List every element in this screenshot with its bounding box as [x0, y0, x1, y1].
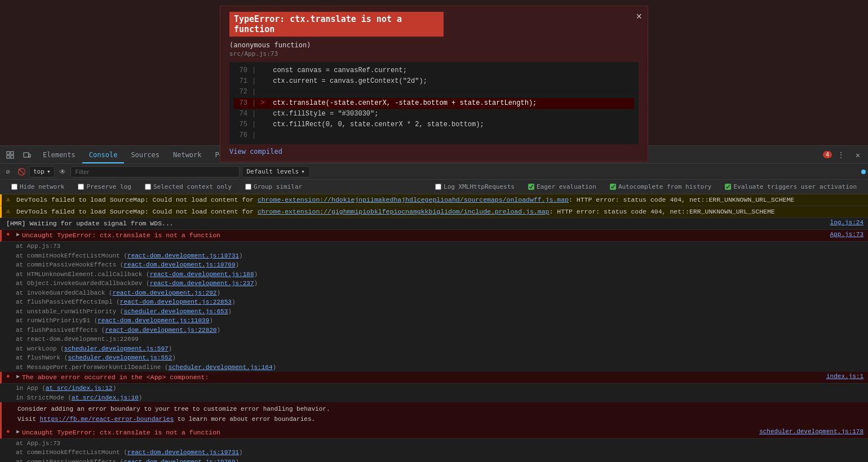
source-link[interactable]: App.js:73 [830, 231, 863, 238]
error-box: × TypeError: ctx.translate is not a func… [220, 6, 648, 162]
error-overlay: × TypeError: ctx.translate is not a func… [0, 0, 868, 145]
console-toolbar: ⊘ 🚫 top ▾ 👁 Default levels ▾ [0, 164, 868, 180]
error-location[interactable]: src/App.js:73 [229, 50, 639, 57]
stack-link[interactable]: react-dom.development.js:22820 [105, 327, 216, 334]
source-link[interactable]: chrome-extension://hdokiejnpiimakedhajhd… [258, 196, 569, 203]
stack-link[interactable]: react-dom.development.js:292 [113, 290, 217, 296]
stack-link[interactable]: react-dom.development.js:19731 [127, 449, 239, 456]
tab-sources[interactable]: Sources [124, 148, 166, 163]
filter-input[interactable] [70, 166, 240, 177]
checkboxes-row: Hide network Preserve log Selected conte… [0, 180, 868, 194]
stack-trace-line: at react-dom.development.js:22699 [0, 335, 868, 344]
error-function: (anonymous function) [229, 41, 639, 49]
stack-link[interactable]: react-dom.development.js:19769 [123, 261, 235, 268]
stack-trace-line: in App (at src/index.js:12) [0, 384, 868, 393]
stack-trace-line: at flushPassiveEffectsImpl (react-dom.de… [0, 297, 868, 307]
stack-trace-line: at commitPassiveHookEffects (react-dom.d… [0, 260, 868, 270]
line-indicator: > [260, 98, 268, 109]
stack-link[interactable]: scheduler.development.js:164 [169, 364, 273, 371]
inspect-icon[interactable] [2, 147, 18, 163]
console-text: [HMR] Waiting for update signal from WDS… [6, 219, 826, 228]
error-icon: ● [6, 373, 14, 380]
line-indicator [260, 119, 268, 130]
code-line: 71| ctx.current = canvas.getContext("2d"… [234, 76, 634, 87]
stack-link[interactable]: scheduler.development.js:653 [123, 308, 228, 315]
default-levels-dropdown[interactable]: Default levels ▾ [242, 166, 310, 177]
tab-label: Network [173, 151, 202, 159]
stack-link[interactable]: react-dom.development.js:237 [150, 280, 254, 287]
stack-trace-line: at App.js:73 [0, 242, 868, 251]
line-number: 72 [234, 87, 247, 97]
stack-trace-line: at invokeGuardedCallback (react-dom.deve… [0, 288, 868, 298]
hide-network-checkbox[interactable]: Hide network [5, 183, 71, 190]
stack-link[interactable]: react-dom.development.js:11039 [98, 317, 209, 324]
eye-icon[interactable]: 👁 [57, 166, 68, 177]
tab-label: Console [89, 151, 118, 159]
close-button[interactable]: × [636, 11, 642, 23]
clear-console-icon[interactable]: ⊘ [2, 166, 14, 177]
code-line: 72| [234, 87, 634, 97]
code-text: ctx.translate(-state.centerX, -state.bot… [273, 98, 537, 109]
code-block: 70| const canvas = canvasRef.current;71|… [229, 62, 639, 144]
line-number: 73 [234, 98, 247, 109]
evaluate-triggers-checkbox[interactable]: Evaluate triggers user activation [718, 183, 863, 190]
stack-trace-line: at flushWork (scheduler.development.js:5… [0, 353, 868, 363]
svg-rect-0 [7, 152, 10, 154]
line-number: 71 [234, 76, 247, 87]
code-text: ctx.fillRect(0, 0, state.centerX * 2, st… [273, 119, 484, 130]
source-link[interactable]: chrome-extension://gighmmipiobklfepiocna… [258, 208, 550, 215]
preserve-log-checkbox[interactable]: Preserve log [71, 183, 138, 190]
console-hmr-line: [HMR] Waiting for update signal from WDS… [0, 218, 868, 230]
stack-link[interactable]: scheduler.development.js:552 [68, 354, 172, 361]
console-consider-block: Consider adding an error boundary to you… [0, 402, 868, 427]
expand-arrow[interactable]: ▶ [16, 231, 20, 238]
stack-link[interactable]: scheduler.development.js:597 [64, 345, 169, 352]
tab-label: Sources [131, 151, 160, 159]
svg-rect-2 [7, 156, 10, 158]
stack-link[interactable]: react-dom.development.js:19769 [123, 459, 235, 462]
stack-trace-line: at flushPassiveEffects (react-dom.develo… [0, 326, 868, 335]
svg-rect-3 [11, 156, 14, 158]
code-line: 76| [234, 130, 634, 141]
default-levels-label: Default levels [247, 168, 299, 175]
stack-trace-line: at commitPassiveHookEffects (react-dom.d… [0, 457, 868, 462]
stack-link[interactable]: at src/index.js:12 [46, 385, 113, 392]
tab-console[interactable]: Console [82, 148, 125, 163]
line-number: 75 [234, 119, 247, 130]
autocomplete-checkbox[interactable]: Autocomplete from history [603, 183, 719, 190]
source-link[interactable]: index.js:1 [826, 373, 863, 380]
stack-trace-line: at runWithPriority$1 (react-dom.developm… [0, 316, 868, 326]
tab-network[interactable]: Network [166, 148, 209, 163]
stack-trace-line: at unstable_runWithPriority (scheduler.d… [0, 307, 868, 317]
log-xmlhttp-checkbox[interactable]: Log XMLHttpRequests [428, 183, 521, 190]
console-text: DevTools failed to load SourceMap: Could… [16, 196, 863, 205]
responsive-icon[interactable] [19, 147, 35, 163]
expand-arrow[interactable]: ▶ [16, 373, 20, 380]
close-devtools-icon[interactable]: ✕ [850, 147, 866, 163]
console-error-line: ●▶Uncaught TypeError: ctx.translate is n… [0, 427, 868, 439]
stack-link[interactable]: react-dom.development.js:22853 [120, 299, 232, 305]
toolbar-end: 4 ⋮ ✕ [821, 147, 866, 163]
group-similar-checkbox[interactable]: Group similar [238, 183, 309, 190]
source-link[interactable]: scheduler.development.js:178 [759, 428, 863, 435]
react-error-boundaries-link[interactable]: https://fb.me/react-error-boundaries [40, 416, 174, 423]
svg-rect-1 [11, 152, 14, 154]
expand-arrow[interactable]: ▶ [16, 428, 20, 435]
more-options-icon[interactable]: ⋮ [833, 147, 849, 163]
view-compiled-link[interactable]: View compiled [229, 148, 282, 156]
filter-icon[interactable]: 🚫 [16, 166, 27, 177]
stack-link[interactable]: at src/index.js:10 [72, 394, 139, 401]
stack-link[interactable]: react-dom.development.js:188 [150, 271, 254, 278]
console-warning-line: ⚠DevTools failed to load SourceMap: Coul… [0, 194, 868, 206]
selected-context-checkbox[interactable]: Selected context only [138, 183, 238, 190]
tab-elements[interactable]: Elements [36, 148, 82, 163]
chevron-down-icon: ▾ [47, 168, 51, 175]
console-warning-line: ⚠DevTools failed to load SourceMap: Coul… [0, 206, 868, 218]
settings-indicator [861, 170, 866, 174]
context-selector[interactable]: top ▾ [29, 166, 55, 177]
eager-eval-checkbox[interactable]: Eager evaluation [521, 183, 603, 190]
source-link[interactable]: log.js:24 [830, 219, 863, 226]
stack-link[interactable]: react-dom.development.js:19731 [127, 252, 239, 259]
stack-trace-line: in StrictMode (at src/index.js:10) [0, 393, 868, 403]
line-indicator [260, 109, 268, 119]
